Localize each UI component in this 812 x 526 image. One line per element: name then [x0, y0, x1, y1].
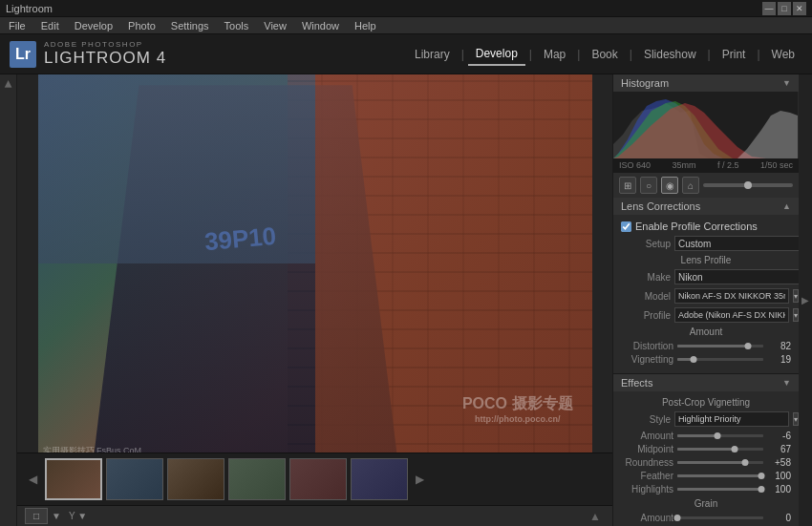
filmstrip-thumb-3[interactable]	[167, 458, 224, 500]
tool-slider[interactable]	[703, 183, 793, 187]
highlights-track[interactable]	[677, 488, 763, 491]
setup-row: Setup Custom	[621, 236, 791, 251]
nav-sep-4: |	[630, 48, 632, 61]
redeye-tool[interactable]: ◉	[661, 177, 678, 194]
make-input[interactable]	[674, 269, 799, 284]
menu-help[interactable]: Help	[352, 20, 379, 32]
lens-corrections-title: Lens Corrections	[621, 200, 700, 212]
left-panel-toggle[interactable]: ◀	[3, 80, 13, 88]
menu-tools[interactable]: Tools	[222, 20, 252, 32]
grain-amount-track[interactable]	[677, 516, 763, 519]
tab-map[interactable]: Map	[536, 44, 573, 65]
filmstrip-thumb-2[interactable]	[106, 458, 163, 500]
vignetting-track[interactable]	[677, 358, 763, 361]
watermark-text: POCO 摄影专题	[462, 394, 573, 414]
menu-file[interactable]: File	[6, 20, 29, 32]
distortion-thumb[interactable]	[744, 343, 751, 349]
distortion-value: 82	[767, 341, 791, 351]
tab-develop[interactable]: Develop	[468, 43, 525, 66]
bottom-right-arrow[interactable]: ▲	[586, 510, 605, 523]
menu-edit[interactable]: Edit	[38, 20, 62, 32]
spot-tool[interactable]: ○	[640, 177, 657, 194]
window-controls[interactable]: — □ ✕	[762, 2, 806, 15]
midpoint-thumb[interactable]	[732, 446, 738, 452]
effects-amount-track[interactable]	[677, 434, 763, 437]
nav-sep-3: |	[577, 48, 580, 61]
menu-develop[interactable]: Develop	[72, 20, 116, 32]
filmstrip-thumb-6[interactable]	[351, 458, 408, 500]
lens-profile-label: Lens Profile	[621, 255, 791, 265]
menu-photo[interactable]: Photo	[125, 20, 159, 32]
tab-print[interactable]: Print	[715, 44, 754, 65]
highlights-label: Highlights	[621, 484, 673, 494]
setup-input[interactable]: Custom	[674, 236, 799, 251]
crop-tool[interactable]: ⊞	[619, 177, 636, 194]
tab-book[interactable]: Book	[584, 44, 625, 65]
style-label: Style	[621, 414, 671, 425]
effects-section: Effects ▼ Post-Crop Vignetting Style ▾ A…	[613, 374, 799, 526]
distortion-track[interactable]	[677, 345, 763, 347]
maximize-button[interactable]: □	[778, 2, 791, 15]
highlights-thumb[interactable]	[759, 486, 765, 493]
watermark-url: http://photo.poco.cn/	[462, 414, 573, 424]
effects-arrow: ▼	[782, 378, 791, 388]
roundness-track[interactable]	[677, 461, 763, 464]
nav-sep-5: |	[708, 48, 711, 61]
roundness-thumb[interactable]	[742, 459, 749, 466]
profile-input[interactable]	[674, 307, 789, 323]
tool-slider-thumb[interactable]	[744, 181, 752, 189]
midpoint-row: Midpoint 67	[621, 444, 791, 454]
vignetting-thumb[interactable]	[691, 356, 697, 363]
tool-strip: ⊞ ○ ◉ ⌂	[613, 173, 799, 198]
menu-settings[interactable]: Settings	[168, 20, 212, 32]
left-panel: ◀	[0, 74, 17, 526]
brush-tool[interactable]: ⌂	[682, 177, 699, 194]
style-input[interactable]	[674, 411, 789, 427]
histogram-canvas	[613, 92, 798, 158]
menu-window[interactable]: Window	[299, 20, 342, 32]
feather-label: Feather	[621, 471, 673, 481]
make-label: Make	[621, 272, 671, 283]
amount-label: Amount	[621, 326, 791, 337]
tab-library[interactable]: Library	[407, 44, 458, 65]
effects-amount-thumb[interactable]	[715, 432, 721, 439]
filmstrip-thumb-4[interactable]	[228, 458, 286, 500]
filmstrip-left-arrow[interactable]: ◀	[25, 473, 41, 486]
effects-header[interactable]: Effects ▼	[613, 374, 799, 391]
menu-bar: File Edit Develop Photo Settings Tools V…	[0, 17, 812, 34]
right-panel: Histogram ▼ ISO 640	[612, 74, 799, 526]
lens-corrections-header[interactable]: Lens Corrections ▲	[613, 198, 799, 215]
close-button[interactable]: ✕	[793, 2, 806, 15]
effects-content: Post-Crop Vignetting Style ▾ Amount -6 M…	[613, 391, 799, 526]
setup-label: Setup	[621, 239, 671, 249]
filmstrip-right-arrow[interactable]: ▶	[412, 473, 428, 486]
menu-view[interactable]: View	[261, 20, 289, 32]
histogram-title: Histogram	[621, 77, 669, 89]
make-row: Make ▾	[621, 269, 791, 284]
filmstrip-thumb-5[interactable]	[289, 458, 347, 500]
logo-area: Lr ADOBE PHOTOSHOP LIGHTROOM 4	[10, 40, 166, 68]
feather-thumb[interactable]	[759, 473, 765, 479]
vignetting-row: Vignetting 19	[621, 354, 791, 365]
feather-track[interactable]	[677, 474, 763, 477]
model-row: Model ▾	[621, 288, 791, 304]
right-panel-toggle[interactable]: ▶	[799, 74, 812, 526]
watermark-blue: 39P10	[203, 221, 277, 256]
model-input[interactable]	[674, 288, 789, 304]
roundness-label: Roundness	[621, 457, 673, 468]
aperture-info: f / 2.5	[717, 160, 739, 170]
histogram-svg	[613, 92, 798, 158]
enable-corrections-checkbox[interactable]	[621, 221, 631, 232]
grain-amount-label: Amount	[621, 513, 673, 523]
filmstrip-thumb-1[interactable]	[45, 458, 102, 500]
grain-amount-thumb[interactable]	[674, 515, 681, 521]
iso-info: ISO 640	[619, 160, 651, 170]
photo-background: 39P10 POCO 摄影专题 http://photo.poco.cn/ 实用…	[38, 74, 592, 452]
midpoint-track[interactable]	[677, 448, 763, 451]
minimize-button[interactable]: —	[762, 2, 776, 15]
tab-slideshow[interactable]: Slideshow	[636, 44, 704, 65]
zoom-button[interactable]: □	[25, 508, 48, 524]
roundness-fill	[677, 461, 745, 464]
tab-web[interactable]: Web	[764, 44, 802, 65]
histogram-header[interactable]: Histogram ▼	[613, 74, 799, 92]
